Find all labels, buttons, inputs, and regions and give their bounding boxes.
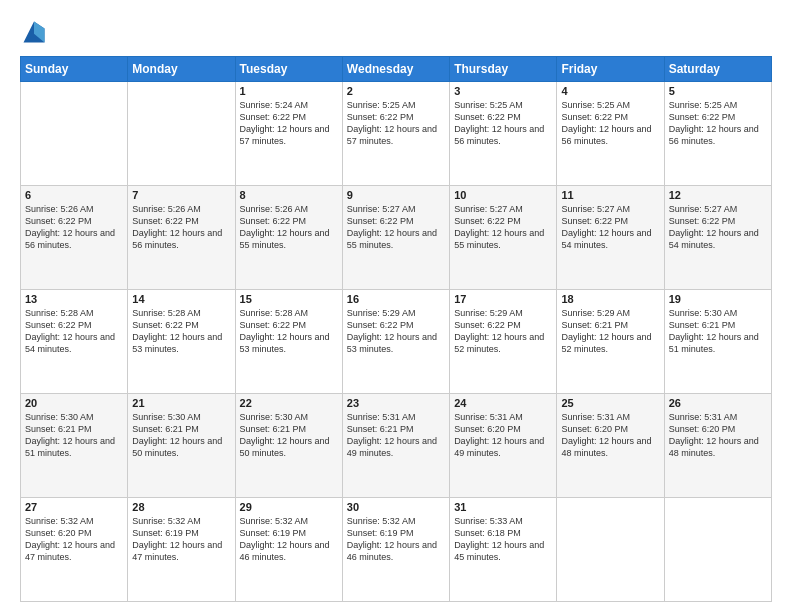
day-info: Sunrise: 5:30 AM Sunset: 6:21 PM Dayligh… [669,307,767,356]
calendar-cell [21,82,128,186]
weekday-header-friday: Friday [557,57,664,82]
day-number: 21 [132,397,230,409]
day-info: Sunrise: 5:33 AM Sunset: 6:18 PM Dayligh… [454,515,552,564]
day-info: Sunrise: 5:28 AM Sunset: 6:22 PM Dayligh… [132,307,230,356]
day-info: Sunrise: 5:27 AM Sunset: 6:22 PM Dayligh… [669,203,767,252]
day-info: Sunrise: 5:28 AM Sunset: 6:22 PM Dayligh… [25,307,123,356]
day-info: Sunrise: 5:26 AM Sunset: 6:22 PM Dayligh… [25,203,123,252]
weekday-header-tuesday: Tuesday [235,57,342,82]
day-number: 24 [454,397,552,409]
day-info: Sunrise: 5:30 AM Sunset: 6:21 PM Dayligh… [240,411,338,460]
day-info: Sunrise: 5:32 AM Sunset: 6:19 PM Dayligh… [347,515,445,564]
weekday-row: SundayMondayTuesdayWednesdayThursdayFrid… [21,57,772,82]
calendar-cell: 14Sunrise: 5:28 AM Sunset: 6:22 PM Dayli… [128,290,235,394]
day-info: Sunrise: 5:24 AM Sunset: 6:22 PM Dayligh… [240,99,338,148]
calendar-cell: 5Sunrise: 5:25 AM Sunset: 6:22 PM Daylig… [664,82,771,186]
calendar-cell: 25Sunrise: 5:31 AM Sunset: 6:20 PM Dayli… [557,394,664,498]
header [20,18,772,46]
day-number: 20 [25,397,123,409]
day-number: 18 [561,293,659,305]
calendar-cell: 21Sunrise: 5:30 AM Sunset: 6:21 PM Dayli… [128,394,235,498]
day-info: Sunrise: 5:32 AM Sunset: 6:20 PM Dayligh… [25,515,123,564]
day-number: 26 [669,397,767,409]
day-info: Sunrise: 5:26 AM Sunset: 6:22 PM Dayligh… [132,203,230,252]
day-info: Sunrise: 5:30 AM Sunset: 6:21 PM Dayligh… [132,411,230,460]
calendar-cell: 27Sunrise: 5:32 AM Sunset: 6:20 PM Dayli… [21,498,128,602]
day-number: 17 [454,293,552,305]
day-number: 30 [347,501,445,513]
calendar-cell: 16Sunrise: 5:29 AM Sunset: 6:22 PM Dayli… [342,290,449,394]
calendar-cell: 6Sunrise: 5:26 AM Sunset: 6:22 PM Daylig… [21,186,128,290]
calendar-cell: 2Sunrise: 5:25 AM Sunset: 6:22 PM Daylig… [342,82,449,186]
day-number: 11 [561,189,659,201]
day-number: 12 [669,189,767,201]
calendar-cell: 8Sunrise: 5:26 AM Sunset: 6:22 PM Daylig… [235,186,342,290]
calendar-cell: 3Sunrise: 5:25 AM Sunset: 6:22 PM Daylig… [450,82,557,186]
day-info: Sunrise: 5:31 AM Sunset: 6:20 PM Dayligh… [561,411,659,460]
day-info: Sunrise: 5:25 AM Sunset: 6:22 PM Dayligh… [669,99,767,148]
day-number: 10 [454,189,552,201]
logo [20,18,52,46]
calendar-cell: 4Sunrise: 5:25 AM Sunset: 6:22 PM Daylig… [557,82,664,186]
day-number: 13 [25,293,123,305]
page: SundayMondayTuesdayWednesdayThursdayFrid… [0,0,792,612]
calendar-cell: 22Sunrise: 5:30 AM Sunset: 6:21 PM Dayli… [235,394,342,498]
calendar-cell: 7Sunrise: 5:26 AM Sunset: 6:22 PM Daylig… [128,186,235,290]
day-info: Sunrise: 5:29 AM Sunset: 6:22 PM Dayligh… [454,307,552,356]
day-number: 23 [347,397,445,409]
day-info: Sunrise: 5:32 AM Sunset: 6:19 PM Dayligh… [240,515,338,564]
calendar-cell: 30Sunrise: 5:32 AM Sunset: 6:19 PM Dayli… [342,498,449,602]
calendar-table: SundayMondayTuesdayWednesdayThursdayFrid… [20,56,772,602]
weekday-header-sunday: Sunday [21,57,128,82]
day-info: Sunrise: 5:29 AM Sunset: 6:22 PM Dayligh… [347,307,445,356]
calendar-cell: 1Sunrise: 5:24 AM Sunset: 6:22 PM Daylig… [235,82,342,186]
day-number: 9 [347,189,445,201]
day-number: 29 [240,501,338,513]
day-number: 7 [132,189,230,201]
day-number: 19 [669,293,767,305]
day-number: 22 [240,397,338,409]
calendar-cell: 26Sunrise: 5:31 AM Sunset: 6:20 PM Dayli… [664,394,771,498]
day-info: Sunrise: 5:32 AM Sunset: 6:19 PM Dayligh… [132,515,230,564]
day-info: Sunrise: 5:31 AM Sunset: 6:21 PM Dayligh… [347,411,445,460]
day-info: Sunrise: 5:31 AM Sunset: 6:20 PM Dayligh… [669,411,767,460]
day-number: 27 [25,501,123,513]
day-number: 5 [669,85,767,97]
calendar-cell: 12Sunrise: 5:27 AM Sunset: 6:22 PM Dayli… [664,186,771,290]
day-number: 31 [454,501,552,513]
calendar-header: SundayMondayTuesdayWednesdayThursdayFrid… [21,57,772,82]
calendar-cell: 29Sunrise: 5:32 AM Sunset: 6:19 PM Dayli… [235,498,342,602]
weekday-header-saturday: Saturday [664,57,771,82]
calendar-cell: 31Sunrise: 5:33 AM Sunset: 6:18 PM Dayli… [450,498,557,602]
day-number: 1 [240,85,338,97]
weekday-header-thursday: Thursday [450,57,557,82]
day-number: 14 [132,293,230,305]
calendar-cell: 15Sunrise: 5:28 AM Sunset: 6:22 PM Dayli… [235,290,342,394]
day-number: 6 [25,189,123,201]
calendar-cell [128,82,235,186]
calendar-cell [664,498,771,602]
day-number: 28 [132,501,230,513]
calendar-cell: 28Sunrise: 5:32 AM Sunset: 6:19 PM Dayli… [128,498,235,602]
day-number: 16 [347,293,445,305]
calendar-cell [557,498,664,602]
weekday-header-wednesday: Wednesday [342,57,449,82]
calendar-cell: 24Sunrise: 5:31 AM Sunset: 6:20 PM Dayli… [450,394,557,498]
calendar-cell: 23Sunrise: 5:31 AM Sunset: 6:21 PM Dayli… [342,394,449,498]
calendar-cell: 11Sunrise: 5:27 AM Sunset: 6:22 PM Dayli… [557,186,664,290]
day-info: Sunrise: 5:27 AM Sunset: 6:22 PM Dayligh… [347,203,445,252]
day-info: Sunrise: 5:25 AM Sunset: 6:22 PM Dayligh… [454,99,552,148]
day-number: 15 [240,293,338,305]
day-number: 25 [561,397,659,409]
week-row-0: 1Sunrise: 5:24 AM Sunset: 6:22 PM Daylig… [21,82,772,186]
calendar-cell: 13Sunrise: 5:28 AM Sunset: 6:22 PM Dayli… [21,290,128,394]
calendar-cell: 10Sunrise: 5:27 AM Sunset: 6:22 PM Dayli… [450,186,557,290]
day-info: Sunrise: 5:26 AM Sunset: 6:22 PM Dayligh… [240,203,338,252]
calendar-body: 1Sunrise: 5:24 AM Sunset: 6:22 PM Daylig… [21,82,772,602]
day-number: 3 [454,85,552,97]
weekday-header-monday: Monday [128,57,235,82]
calendar-cell: 18Sunrise: 5:29 AM Sunset: 6:21 PM Dayli… [557,290,664,394]
week-row-3: 20Sunrise: 5:30 AM Sunset: 6:21 PM Dayli… [21,394,772,498]
day-info: Sunrise: 5:29 AM Sunset: 6:21 PM Dayligh… [561,307,659,356]
day-info: Sunrise: 5:27 AM Sunset: 6:22 PM Dayligh… [454,203,552,252]
